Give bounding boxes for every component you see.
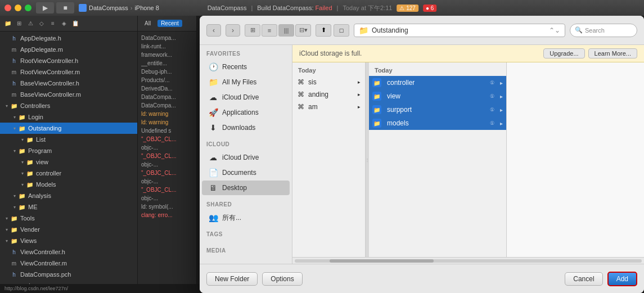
list-item[interactable]: 📁 Login xyxy=(0,111,137,123)
share-button[interactable]: ⬆ xyxy=(316,24,331,37)
new-folder-button[interactable]: New Folder xyxy=(206,272,258,286)
list-item[interactable]: 📁 Tools xyxy=(0,213,137,224)
folder-icon-view: 📁 xyxy=(372,92,381,101)
stop-button[interactable]: ■ xyxy=(56,2,74,13)
build-line: Undefined s xyxy=(141,127,193,135)
sidebar-item-recents[interactable]: 🕐 Recents xyxy=(202,60,290,74)
folder-badge-models: ① xyxy=(490,120,494,126)
action-button[interactable]: □ xyxy=(334,24,349,37)
sidebar-item-label: Documents xyxy=(222,169,256,177)
applications-icon: 🚀 xyxy=(209,108,218,117)
add-button[interactable]: Add xyxy=(607,272,637,286)
options-button[interactable]: Options xyxy=(262,272,302,286)
horizontal-scrollbar[interactable] xyxy=(292,257,644,264)
scrollbar-thumb[interactable] xyxy=(330,259,434,263)
list-item[interactable]: 📁 Models xyxy=(0,179,137,190)
favorites-header: Favorites xyxy=(200,45,292,59)
cancel-button[interactable]: Cancel xyxy=(565,272,602,286)
list-item[interactable]: h AppDelegate.h xyxy=(0,33,137,44)
sidebar-item-desktop[interactable]: 🖥 Desktop xyxy=(202,181,290,195)
icon-view-button[interactable]: ⊞ xyxy=(245,24,260,37)
build-line: framework... xyxy=(141,51,193,59)
disclosure-models: ▸ xyxy=(500,120,503,127)
recent-button[interactable]: Recent xyxy=(157,20,182,27)
list-item[interactable]: h BaseViewController.h xyxy=(0,78,137,89)
build-line: objc-... xyxy=(141,160,193,169)
all-button[interactable]: All xyxy=(141,20,154,27)
folder-icon-models: 📁 xyxy=(372,119,381,128)
traffic-lights[interactable] xyxy=(4,4,31,11)
list-item[interactable]: 📁 Outstanding xyxy=(0,123,137,134)
list-item[interactable]: 📁 Views xyxy=(0,235,137,246)
separator-arrow: › xyxy=(130,4,133,11)
list-item[interactable]: 📁 List xyxy=(0,134,137,145)
learn-more-button[interactable]: Learn More... xyxy=(588,48,637,58)
fullscreen-button[interactable] xyxy=(25,4,31,11)
sidebar-item-applications[interactable]: 🚀 Applications xyxy=(202,105,290,120)
source-icon[interactable]: ⊞ xyxy=(15,19,24,28)
sidebar-item-all-files[interactable]: 📁 All My Files xyxy=(202,75,290,89)
dropdown-arrow: ⌃⌄ xyxy=(549,26,560,34)
breakpoint-icon[interactable]: ◈ xyxy=(60,19,69,28)
list-view-button[interactable]: ≡ xyxy=(262,24,277,37)
search-field[interactable]: 🔍 Search xyxy=(570,24,637,37)
build-line: __entitle... xyxy=(141,59,193,67)
folder-item-view[interactable]: 📁 view ① ▸ xyxy=(369,89,506,103)
build-line: DerivedDa... xyxy=(141,84,193,93)
folder-item-controller[interactable]: 📁 controller ① ▸ xyxy=(369,76,506,89)
dialog-content: Favorites 🕐 Recents 📁 All My Files ☁ iCl… xyxy=(200,45,644,264)
sidebar-item-label: Downloads xyxy=(222,124,255,132)
build-line: DataCompa... xyxy=(141,34,193,42)
build-line: "_OBJC_CL... xyxy=(141,135,193,143)
run-button[interactable]: ▶ xyxy=(36,2,54,13)
recents-icon: 🕐 xyxy=(209,62,218,71)
file-open-dialog: ‹ › ⊞ ≡ ||| ⊟▾ ⬆ □ 📁 Outstanding ⌃⌄ 🔍 Se… xyxy=(200,16,644,293)
list-item[interactable]: 📁 Controllers xyxy=(0,100,137,111)
build-line: ld: warning xyxy=(141,110,193,118)
disclosure-surpport: ▸ xyxy=(500,107,503,113)
test-icon[interactable]: ◇ xyxy=(37,19,46,28)
folder-item-models[interactable]: 📁 models ① ▸ xyxy=(369,116,506,130)
list-item[interactable]: m BaseViewController.m xyxy=(0,89,137,100)
report-icon[interactable]: 📋 xyxy=(71,19,80,28)
file-column-item[interactable]: ⌘ sis ▸ xyxy=(292,76,365,88)
list-item[interactable]: 📁 controller xyxy=(0,168,137,179)
list-item[interactable]: m AppDelegate.m xyxy=(0,44,137,55)
sidebar-item-shared[interactable]: 👥 所有... xyxy=(202,210,290,225)
folder-icon[interactable]: 📁 xyxy=(3,19,12,28)
list-item[interactable]: 📁 Analysis xyxy=(0,190,137,201)
list-item[interactable]: m ViewController.m xyxy=(0,258,137,269)
sidebar-item-icloud-drive2[interactable]: ☁ iCloud Drive xyxy=(202,150,290,165)
disclosure-arrow: ▸ xyxy=(358,79,361,85)
list-item[interactable]: m RootViewController.m xyxy=(0,66,137,78)
location-dropdown[interactable]: 📁 Outstanding ⌃⌄ xyxy=(354,24,565,37)
list-item[interactable]: 📁 ME xyxy=(0,201,137,213)
column-view-button[interactable]: ||| xyxy=(278,24,294,37)
left-file-column: Today ⌘ sis ▸ ⌘ anding ▸ ⌘ am ▸ xyxy=(292,62,366,257)
file-column-item[interactable]: ⌘ am ▸ xyxy=(292,101,365,113)
sidebar-item-label: Recents xyxy=(222,63,247,71)
close-button[interactable] xyxy=(4,4,11,11)
warning-nav-icon[interactable]: ⚠ xyxy=(26,19,35,28)
folder-item-surpport[interactable]: 📁 surpport ① ▸ xyxy=(369,103,506,116)
list-item[interactable]: 📁 view xyxy=(0,156,137,168)
minimize-button[interactable] xyxy=(15,4,21,11)
sidebar-item-documents[interactable]: 📄 Documents xyxy=(202,165,290,180)
list-item[interactable]: h ViewController.h xyxy=(0,246,137,258)
disclosure-controller: ▸ xyxy=(500,80,503,86)
list-item[interactable]: h RootViewController.h xyxy=(0,55,137,66)
list-item[interactable]: 📁 Vender xyxy=(0,224,137,235)
item-icon: ⌘ xyxy=(297,78,305,86)
debug-icon[interactable]: ≡ xyxy=(48,19,57,28)
item-icon: ⌘ xyxy=(297,103,305,111)
forward-button[interactable]: › xyxy=(226,24,240,37)
list-item[interactable]: 📁 Program xyxy=(0,145,137,156)
upgrade-button[interactable]: Upgrade... xyxy=(543,48,584,58)
cover-flow-button[interactable]: ⊟▾ xyxy=(295,24,311,37)
sidebar-item-icloud-drive[interactable]: ☁ iCloud Drive xyxy=(202,90,290,105)
file-column-item[interactable]: ⌘ anding ▸ xyxy=(292,88,365,101)
sidebar-item-downloads[interactable]: ⬇ Downloads xyxy=(202,120,290,135)
back-button[interactable]: ‹ xyxy=(206,24,221,37)
list-item[interactable]: h DataCompass.pch xyxy=(0,269,137,280)
folder-name: controller xyxy=(387,79,415,87)
